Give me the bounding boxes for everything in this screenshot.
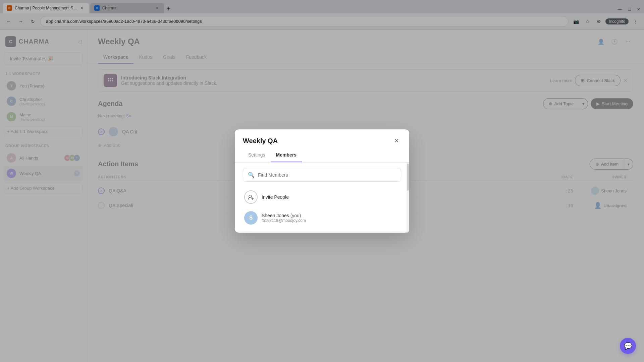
modal-header: Weekly QA ✕ [235, 129, 409, 145]
modal: Weekly QA ✕ Settings Members 🔍 [235, 129, 409, 233]
you-tag: (you) [290, 213, 301, 218]
modal-scrollbar[interactable] [407, 164, 409, 191]
chat-bubble-icon: 💬 [624, 342, 632, 350]
search-icon: 🔍 [248, 172, 255, 178]
modal-body: 🔍 Invite People S [235, 163, 409, 233]
modal-tab-settings[interactable]: Settings [243, 149, 271, 162]
member-row-sheen[interactable]: S Sheen Jones (you) fb193c18@moodjoy.com [243, 208, 401, 227]
modal-close-btn[interactable]: ✕ [392, 136, 401, 145]
invite-people-icon [244, 190, 258, 204]
invite-people-row[interactable]: Invite People [243, 187, 401, 207]
modal-search-box[interactable]: 🔍 [243, 168, 401, 182]
member-name-sheen: Sheen Jones (you) [262, 213, 306, 218]
member-info-sheen: Sheen Jones (you) fb193c18@moodjoy.com [262, 213, 306, 223]
modal-tab-members[interactable]: Members [271, 149, 302, 162]
chat-bubble-btn[interactable]: 💬 [620, 338, 636, 354]
members-search-input[interactable] [258, 172, 396, 178]
modal-title: Weekly QA [243, 137, 278, 145]
invite-people-label: Invite People [262, 194, 289, 200]
modal-tabs: Settings Members [235, 145, 409, 163]
member-email-sheen: fb193c18@moodjoy.com [262, 218, 306, 223]
modal-overlay[interactable]: Weekly QA ✕ Settings Members 🔍 [0, 0, 644, 362]
member-avatar-sheen: S [244, 211, 258, 225]
